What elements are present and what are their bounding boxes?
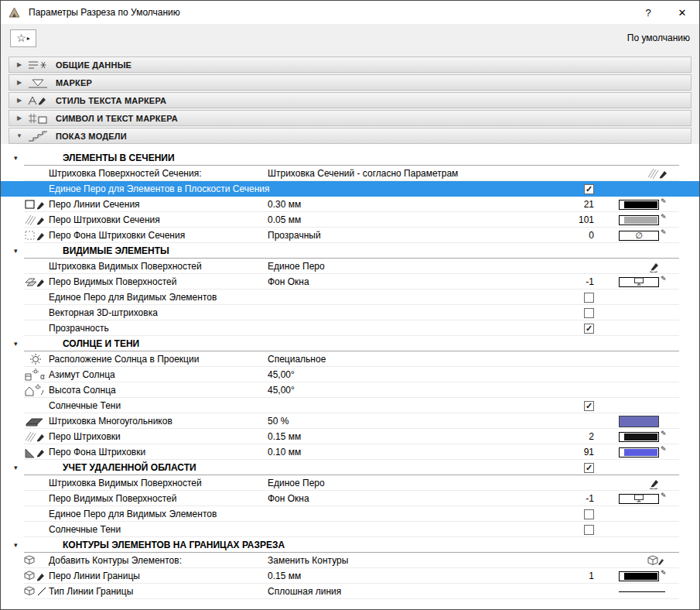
group-title: ВИДИМЫЕ ЭЛЕМЕНТЫ	[49, 245, 268, 256]
parameter-label: Штриховка Видимых Поверхностей	[49, 478, 268, 488]
window-background-pen-swatch[interactable]	[619, 494, 659, 504]
check-mark-icon: ✓	[586, 464, 592, 472]
section-header[interactable]: ▶ СИМВОЛ И ТЕКСТ МАРКЕРА	[9, 110, 691, 126]
uniform-pen-icon[interactable]	[647, 477, 662, 489]
fill-color-swatch[interactable]	[619, 416, 659, 427]
checkbox[interactable]	[584, 293, 594, 303]
checkbox[interactable]: ✓	[584, 463, 594, 473]
pen-number: 1	[589, 571, 594, 581]
parameter-row[interactable]: Солнечные Тени	[1, 522, 699, 537]
shadow-fill-pen-icon	[24, 446, 49, 458]
section-header[interactable]: ▶ МАРКЕР	[9, 74, 691, 91]
parameter-value[interactable]: 50 %	[268, 416, 577, 427]
parameter-row[interactable]: Высота Солнца 45,00°	[1, 382, 699, 398]
line-type-sample[interactable]	[619, 591, 665, 592]
close-button[interactable]: ✕	[665, 1, 699, 24]
checkbox[interactable]	[584, 525, 594, 535]
group-title: УЧЕТ УДАЛЕННОЙ ОБЛАСТИ	[49, 462, 268, 473]
parameter-row[interactable]: Перо Видимых Поверхностей Фон Окна -1 ✎	[1, 491, 699, 506]
parameter-label: Штриховка Многоугольников	[49, 416, 268, 427]
parameter-row[interactable]: Штриховка Многоугольников 50 %	[1, 413, 699, 429]
check-mark-icon: ✓	[586, 324, 592, 333]
group-header[interactable]: ▾ ВИДИМЫЕ ЭЛЕМЕНТЫ	[1, 243, 699, 259]
group-header[interactable]: ▾ УЧЕТ УДАЛЕННОЙ ОБЛАСТИ ✓	[1, 460, 699, 475]
section-header[interactable]: ▶ ОБЩИЕ ДАННЫЕ	[9, 57, 691, 73]
parameter-row[interactable]: Перо Видимых Поверхностей Фон Окна -1 ✎	[1, 274, 699, 290]
chevron-right-icon: ▶	[12, 97, 26, 104]
pen-color-swatch[interactable]	[619, 200, 659, 210]
checkbox[interactable]: ✓	[584, 324, 594, 334]
parameter-value[interactable]: Единое Перо	[268, 478, 577, 488]
parameter-value[interactable]: Прозрачный	[268, 230, 577, 241]
parameter-row[interactable]: Векторная 3D-штриховка	[1, 305, 699, 320]
parameter-row[interactable]: Штриховка Видимых Поверхностей Единое Пе…	[1, 259, 699, 274]
collapse-arrow-icon: ▾	[12, 154, 24, 162]
parameter-row[interactable]: Солнечные Тени ✓	[1, 398, 699, 413]
checkbox[interactable]: ✓	[584, 401, 594, 411]
parameter-value[interactable]: Штриховка Сечений - согласно Параметрам	[268, 168, 577, 179]
parameter-value[interactable]: Фон Окна	[268, 276, 577, 287]
chevron-right-icon: ▶	[12, 79, 26, 86]
monitor-icon	[633, 277, 644, 287]
uniform-pen-icon[interactable]	[647, 260, 662, 272]
parameter-row[interactable]: Прозрачность ✓	[1, 320, 699, 336]
pen-icon: ✎	[661, 229, 667, 236]
replace-contours-icon[interactable]	[647, 554, 665, 567]
pen-color-swatch[interactable]	[619, 571, 659, 581]
parameter-value[interactable]: 45,00°	[268, 369, 577, 380]
window-title: Параметры Разреза по Умолчанию	[29, 7, 631, 18]
parameter-row[interactable]: Единое Перо для Элементов в Плоскости Се…	[1, 181, 699, 197]
parameter-label: Векторная 3D-штриховка	[49, 307, 268, 318]
parameter-value[interactable]: Сплошная линия	[268, 586, 577, 597]
section-label: СТИЛЬ ТЕКСТА МАРКЕРА	[56, 96, 166, 105]
parameter-label: Солнечные Тени	[49, 524, 268, 535]
parameter-row[interactable]: Тип Линии Границы Сплошная линия	[1, 584, 699, 599]
parameter-value[interactable]: 0.15 мм	[268, 431, 577, 442]
hatch-pen-icon[interactable]	[647, 167, 670, 180]
parameter-value[interactable]: Специальное	[268, 354, 577, 365]
pen-color-swatch[interactable]	[619, 432, 659, 442]
parameter-row[interactable]: Штриховка Видимых Поверхностей Единое Пе…	[1, 475, 699, 491]
parameter-value[interactable]: 0.05 мм	[268, 214, 577, 225]
section-header[interactable]: ▶ СТИЛЬ ТЕКСТА МАРКЕРА	[9, 92, 691, 108]
model-display-icon	[26, 130, 56, 142]
parameter-row[interactable]: Единое Перо для Видимых Элементов	[1, 290, 699, 305]
collapse-arrow-icon: ▾	[12, 541, 24, 549]
pen-color-swatch[interactable]	[619, 215, 659, 225]
group-header[interactable]: ▾ ЭЛЕМЕНТЫ В СЕЧЕНИИ	[1, 150, 699, 166]
parameter-row[interactable]: Расположение Солнца в Проекции Специальн…	[1, 351, 699, 367]
parameter-value[interactable]: Единое Перо	[268, 261, 577, 272]
parameter-value[interactable]: Фон Окна	[268, 493, 577, 504]
transparent-pen-swatch[interactable]: ∅	[619, 231, 659, 241]
section-header[interactable]: ▼ ПОКАЗ МОДЕЛИ	[9, 128, 691, 144]
help-button[interactable]: ?	[631, 1, 665, 24]
favorites-button[interactable]: ☆ ▸	[10, 29, 36, 47]
checkbox[interactable]: ✓	[584, 184, 594, 194]
parameter-row[interactable]: Перо Фона Штриховки 0.10 мм 91 ✎	[1, 444, 699, 460]
monitor-icon	[633, 494, 644, 504]
parameter-row[interactable]: Единое Перо для Видимых Элементов	[1, 506, 699, 522]
checkbox[interactable]	[584, 308, 594, 318]
parameter-row[interactable]: α Азимут Солнца 45,00°	[1, 367, 699, 382]
pen-color-swatch[interactable]	[619, 447, 659, 458]
parameter-row[interactable]: Добавить Контуры Элементов: Заменить Кон…	[1, 553, 699, 568]
parameter-row[interactable]: Перо Штриховки Сечения 0.05 мм 101 ✎	[1, 212, 699, 228]
parameter-row[interactable]: Перо Штриховки 0.15 мм 2 ✎	[1, 429, 699, 444]
marker-icon	[26, 77, 56, 89]
pen-number: -1	[586, 493, 594, 504]
parameter-value[interactable]: 0.10 мм	[268, 447, 577, 458]
parameter-value[interactable]: 0.30 мм	[268, 199, 577, 210]
parameter-value[interactable]: Заменить Контуры	[268, 555, 577, 566]
parameter-row[interactable]: Перо Линии Сечения 0.30 мм 21 ✎	[1, 197, 699, 212]
parameter-row[interactable]: Штриховка Поверхностей Сечения: Штриховк…	[1, 166, 699, 181]
parameter-value[interactable]: 0.15 мм	[268, 571, 577, 581]
window-background-pen-swatch[interactable]	[619, 277, 659, 287]
parameter-row[interactable]: Перо Фона Штриховки Сечения Прозрачный 0…	[1, 228, 699, 243]
group-header[interactable]: ▾ КОНТУРЫ ЭЛЕМЕНТОВ НА ГРАНИЦАХ РАЗРЕЗА	[1, 537, 699, 553]
checkbox[interactable]	[584, 509, 594, 519]
parameter-label: Единое Перо для Видимых Элементов	[49, 292, 268, 303]
parameter-value[interactable]: 45,00°	[268, 385, 577, 396]
group-header[interactable]: ▾ СОЛНЦЕ И ТЕНИ	[1, 336, 699, 351]
parameter-row[interactable]: Перо Линии Границы 0.15 мм 1 ✎	[1, 568, 699, 584]
default-label: По умолчанию	[627, 33, 690, 43]
